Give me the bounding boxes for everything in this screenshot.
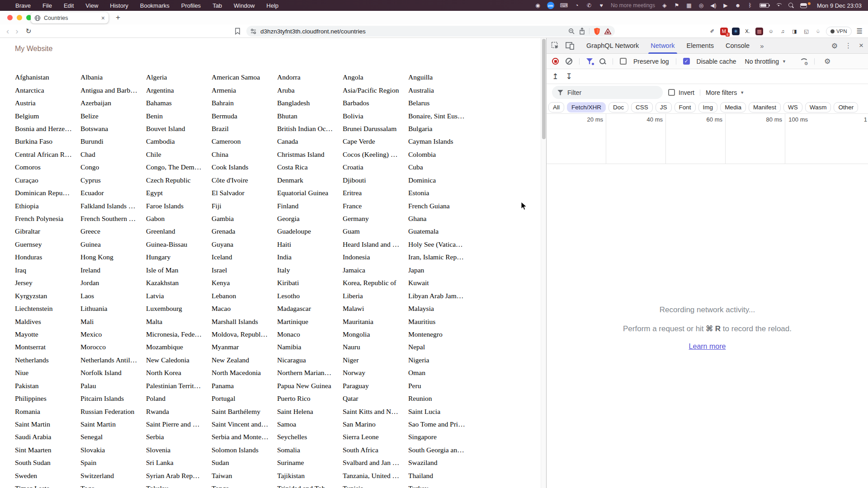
- request-type-chip[interactable]: Wasm: [805, 102, 831, 113]
- menubar-status-icon[interactable]: ◔: [574, 2, 580, 9]
- request-type-chip[interactable]: JS: [656, 102, 672, 113]
- minimize-window-button[interactable]: [17, 15, 22, 20]
- url-bar[interactable]: d3hzn3tyfnt3th.cloudfront.net/countries: [246, 26, 615, 37]
- reload-button[interactable]: ↻: [26, 28, 32, 34]
- menubar-status-icon[interactable]: ◀): [710, 2, 717, 9]
- tab-close-icon[interactable]: ×: [101, 14, 105, 22]
- search-network-icon[interactable]: [599, 58, 606, 65]
- control-center-icon[interactable]: [800, 3, 806, 8]
- invert-filter-checkbox[interactable]: [668, 89, 675, 96]
- vpn-button[interactable]: VPN: [826, 27, 852, 36]
- zoom-page-icon[interactable]: [568, 28, 575, 35]
- request-type-chip[interactable]: Doc: [609, 102, 628, 113]
- menubar-status-icon[interactable]: ✆: [586, 2, 592, 9]
- clear-network-log-icon[interactable]: [566, 58, 572, 65]
- menubar-item[interactable]: Bookmarks: [140, 2, 170, 9]
- menubar-status-icon[interactable]: ▶: [722, 2, 729, 9]
- learn-more-link[interactable]: Learn more: [689, 343, 726, 351]
- request-type-chip[interactable]: Media: [720, 102, 746, 113]
- battery-icon[interactable]: [760, 3, 769, 8]
- throttling-dropdown[interactable]: No throttling ▼: [745, 58, 786, 65]
- extension-icon[interactable]: ✳: [732, 28, 740, 35]
- menubar-status-icon[interactable]: zm: [547, 2, 554, 9]
- request-type-chip[interactable]: CSS: [631, 102, 653, 113]
- disable-cache-label[interactable]: Disable cache: [697, 58, 736, 65]
- menubar-item[interactable]: File: [42, 2, 52, 9]
- export-har-icon[interactable]: ↧: [566, 73, 572, 80]
- devtools-settings-icon[interactable]: ⚙: [831, 42, 838, 50]
- devtools-tab[interactable]: Console: [720, 38, 755, 54]
- share-icon[interactable]: [579, 28, 585, 35]
- devtools-tab[interactable]: GraphQL Network: [580, 38, 645, 54]
- site-info-icon[interactable]: [250, 28, 257, 35]
- bookmark-icon[interactable]: [235, 28, 241, 35]
- page-scrollbar[interactable]: [541, 38, 546, 488]
- extension-icon[interactable]: ✐: [708, 28, 716, 35]
- filter-icon[interactable]: [586, 58, 593, 64]
- extension-icon[interactable]: ♫: [779, 28, 787, 35]
- extension-icon[interactable]: ♤: [814, 28, 822, 35]
- devtools-close-icon[interactable]: ×: [859, 41, 863, 50]
- request-type-chip[interactable]: Img: [698, 102, 718, 113]
- menubar-item[interactable]: Tab: [212, 2, 222, 9]
- menubar-status-icon[interactable]: ⚑: [674, 2, 680, 9]
- invert-label[interactable]: Invert: [679, 89, 694, 96]
- devtools-tab[interactable]: Elements: [681, 38, 720, 54]
- more-tabs-icon[interactable]: »: [755, 42, 768, 50]
- extension-icon[interactable]: ◨: [791, 28, 798, 35]
- extension-icon[interactable]: X.: [744, 28, 751, 35]
- request-type-chip[interactable]: Font: [675, 102, 696, 113]
- site-title-link[interactable]: My Website: [15, 45, 52, 53]
- record-network-log-icon[interactable]: [552, 58, 559, 65]
- browser-menu-icon[interactable]: ☰: [857, 27, 863, 35]
- new-tab-button[interactable]: +: [116, 13, 120, 22]
- menubar-item[interactable]: History: [110, 2, 128, 9]
- menubar-item[interactable]: View: [85, 2, 98, 9]
- menubar-item[interactable]: Help: [266, 2, 278, 9]
- browser-tab[interactable]: Countries ×: [31, 12, 108, 23]
- extension-icon[interactable]: M 8: [720, 28, 728, 35]
- url-text[interactable]: d3hzn3tyfnt3th.cloudfront.net/countries: [260, 28, 568, 35]
- network-settings-icon[interactable]: ⚙: [824, 57, 830, 66]
- extension-icon[interactable]: ▩: [755, 28, 763, 35]
- close-window-button[interactable]: [7, 15, 13, 20]
- menubar-status-icon[interactable]: ▦: [686, 2, 692, 9]
- menubar-status-icon[interactable]: ☻: [735, 2, 741, 9]
- preserve-log-label[interactable]: Preserve log: [633, 58, 669, 65]
- request-type-chip[interactable]: Fetch/XHR: [567, 102, 606, 113]
- back-button[interactable]: ‹: [6, 27, 9, 35]
- devtools-tab[interactable]: Network: [645, 38, 680, 54]
- extension-icon[interactable]: ◱: [802, 28, 810, 35]
- menubar-status-icon[interactable]: ◎: [698, 2, 704, 9]
- network-conditions-icon[interactable]: [799, 58, 807, 64]
- menubar-item[interactable]: Brave: [15, 2, 31, 9]
- menubar-clock[interactable]: Mon 9 Dec 23:03: [817, 2, 862, 9]
- more-filters-dropdown[interactable]: More filters ▼: [706, 89, 744, 96]
- devtools-kebab-menu-icon[interactable]: ⋮: [845, 42, 852, 50]
- request-type-chip[interactable]: All: [548, 102, 564, 113]
- forward-button[interactable]: ›: [15, 27, 18, 35]
- menubar-status-icon[interactable]: ♥: [598, 2, 604, 9]
- inspect-element-icon[interactable]: [551, 42, 559, 50]
- menubar-item[interactable]: Window: [234, 2, 255, 9]
- menubar-status-icon[interactable]: ◈: [661, 2, 668, 9]
- device-toolbar-icon[interactable]: [566, 42, 574, 50]
- spotlight-search-icon[interactable]: [788, 3, 794, 8]
- menubar-status-icon[interactable]: ⌨: [560, 2, 568, 9]
- request-type-chip[interactable]: Other: [834, 102, 858, 113]
- request-type-chip[interactable]: WS: [783, 102, 802, 113]
- menubar-status-icon[interactable]: ◉: [535, 2, 541, 9]
- extension-icon[interactable]: ☺: [767, 28, 775, 35]
- brave-rewards-icon[interactable]: [604, 28, 611, 34]
- menubar-item[interactable]: Edit: [64, 2, 74, 9]
- wifi-icon[interactable]: [775, 3, 782, 8]
- filter-input[interactable]: Filter: [552, 86, 663, 99]
- brave-shield-icon[interactable]: [594, 28, 600, 35]
- menubar-item[interactable]: Profiles: [181, 2, 201, 9]
- disable-cache-checkbox[interactable]: ✓: [683, 58, 690, 65]
- meeting-status-text[interactable]: No more meetings: [611, 2, 655, 9]
- preserve-log-checkbox[interactable]: [620, 58, 627, 65]
- import-har-icon[interactable]: ↥: [552, 73, 558, 80]
- request-type-chip[interactable]: Manifest: [749, 102, 781, 113]
- menubar-status-icon[interactable]: ᛒ: [747, 2, 753, 9]
